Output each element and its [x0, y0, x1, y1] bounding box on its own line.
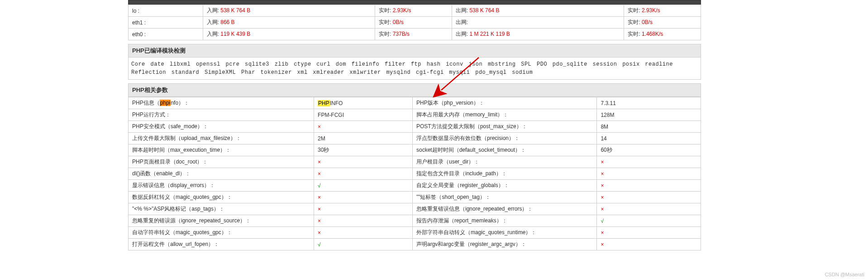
- php-label: 上传文件最大限制（upload_max_filesize）：: [129, 133, 314, 144]
- table-row: eth1 :入网: 866 B实时: 0B/s出网: 实时: 0B/s: [129, 17, 701, 29]
- table-row: 脚本超时时间（max_execution_time）：30秒socket超时时间…: [129, 144, 701, 156]
- php-label: 浮点型数据显示的有效位数（precision）：: [412, 133, 596, 144]
- network-rt2: 实时: 0B/s: [624, 17, 701, 29]
- php-params-table: PHP信息（phpinfo）：PHPINFOPHP版本（php_version）…: [128, 97, 701, 250]
- modules-section-header: PHP已编译模块检测: [128, 44, 701, 58]
- php-value: ×: [597, 168, 701, 180]
- php-value: √: [314, 180, 413, 192]
- php-label: 报告内存泄漏（report_memleaks）：: [412, 215, 596, 227]
- php-value: 60秒: [597, 144, 701, 156]
- php-value: ×: [314, 168, 413, 180]
- table-row: 自动字符串转义（magic_quotes_gpc）：×外部字符串自动转义（mag…: [129, 227, 701, 239]
- network-out: 出网: 1 M 221 K 119 B: [452, 29, 624, 40]
- php-label: 忽略重复的错误源（ignore_repeated_source）：: [129, 215, 314, 227]
- php-label: PHP信息（phpinfo）：: [129, 97, 314, 109]
- php-value: ×: [597, 227, 701, 239]
- php-label: "<% %>"ASP风格标记（asp_tags）：: [129, 203, 314, 215]
- php-value: ×: [314, 192, 413, 203]
- network-rt1: 实时: 737B/s: [375, 29, 452, 40]
- php-value: ×: [314, 227, 413, 239]
- network-rt1: 实时: 2.93K/s: [375, 5, 452, 17]
- table-row: "<% %>"ASP风格标记（asp_tags）：×忽略重复错误信息（ignor…: [129, 203, 701, 215]
- php-value: 128M: [597, 109, 701, 121]
- table-row: PHP运行方式：FPM-FCGI脚本占用最大内存（memory_limit）：1…: [129, 109, 701, 121]
- php-label: ""短标签（short_open_tag）：: [412, 192, 596, 203]
- php-value: ×: [597, 203, 701, 215]
- table-row: 忽略重复的错误源（ignore_repeated_source）：×报告内存泄漏…: [129, 215, 701, 227]
- php-value: ×: [597, 239, 701, 250]
- network-section-header: [128, 0, 701, 5]
- php-label: socket超时时间（default_socket_timeout）：: [412, 144, 596, 156]
- network-rt2: 实时: 1.468K/s: [624, 29, 701, 40]
- table-row: PHP安全模式（safe_mode）：×POST方法提交最大限制（post_ma…: [129, 121, 701, 133]
- php-value: ×: [314, 215, 413, 227]
- php-label: 脚本占用最大内存（memory_limit）：: [412, 109, 596, 121]
- table-row: 上传文件最大限制（upload_max_filesize）：2M浮点型数据显示的…: [129, 133, 701, 144]
- php-label: PHP运行方式：: [129, 109, 314, 121]
- php-params-section-header: PHP相关参数: [128, 83, 701, 97]
- php-label: 声明argv和argc变量（register_argc_argv）：: [412, 239, 596, 250]
- php-modules-list: Core date libxml openssl pcre sqlite3 zl…: [128, 58, 701, 80]
- network-in: 入网: 119 K 439 B: [203, 29, 375, 40]
- php-value: ×: [597, 180, 701, 192]
- php-value: ×: [597, 156, 701, 168]
- php-label: 脚本超时时间（max_execution_time）：: [129, 144, 314, 156]
- php-value: √: [597, 215, 701, 227]
- php-value: ×: [314, 156, 413, 168]
- php-value: 30秒: [314, 144, 413, 156]
- php-value: 14: [597, 133, 701, 144]
- php-label: 打开远程文件（allow_url_fopen）：: [129, 239, 314, 250]
- network-in: 入网: 538 K 764 B: [203, 5, 375, 17]
- network-table: lo :入网: 538 K 764 B实时: 2.93K/s出网: 538 K …: [128, 5, 701, 40]
- php-label: 用户根目录（user_dir）：: [412, 156, 596, 168]
- network-out: 出网: 538 K 764 B: [452, 5, 624, 17]
- php-label: PHP安全模式（safe_mode）：: [129, 121, 314, 133]
- php-label: 自定义全局变量（register_globals）：: [412, 180, 596, 192]
- table-row: PHP页面根目录（doc_root）：×用户根目录（user_dir）：×: [129, 156, 701, 168]
- network-rt1: 实时: 0B/s: [375, 17, 452, 29]
- table-row: dl()函数（enable_dl）：×指定包含文件目录（include_path…: [129, 168, 701, 180]
- php-label: PHP版本（php_version）：: [412, 97, 596, 109]
- network-iface: eth1 :: [129, 17, 203, 29]
- php-value: FPM-FCGI: [314, 109, 413, 121]
- php-label: dl()函数（enable_dl）：: [129, 168, 314, 180]
- php-label: 显示错误信息（display_errors）：: [129, 180, 314, 192]
- network-iface: eth0 :: [129, 29, 203, 40]
- table-row: 打开远程文件（allow_url_fopen）：√声明argv和argc变量（r…: [129, 239, 701, 250]
- php-value: ×: [314, 203, 413, 215]
- php-label: 自动字符串转义（magic_quotes_gpc）：: [129, 227, 314, 239]
- php-value: ×: [314, 121, 413, 133]
- php-label: 数据反斜杠转义（magic_quotes_gpc）：: [129, 192, 314, 203]
- table-row: lo :入网: 538 K 764 B实时: 2.93K/s出网: 538 K …: [129, 5, 701, 17]
- table-row: PHP信息（phpinfo）：PHPINFOPHP版本（php_version）…: [129, 97, 701, 109]
- php-label: 指定包含文件目录（include_path）：: [412, 168, 596, 180]
- phpinfo-link[interactable]: PHPINFO: [314, 97, 413, 109]
- table-row: 显示错误信息（display_errors）：√自定义全局变量（register…: [129, 180, 701, 192]
- php-value: 8M: [597, 121, 701, 133]
- php-value: √: [314, 239, 413, 250]
- network-in: 入网: 866 B: [203, 17, 375, 29]
- php-label: POST方法提交最大限制（post_max_size）：: [412, 121, 596, 133]
- network-iface: lo :: [129, 5, 203, 17]
- network-out: 出网:: [452, 17, 624, 29]
- table-row: 数据反斜杠转义（magic_quotes_gpc）：×""短标签（short_o…: [129, 192, 701, 203]
- network-rt2: 实时: 2.93K/s: [624, 5, 701, 17]
- table-row: eth0 :入网: 119 K 439 B实时: 737B/s出网: 1 M 2…: [129, 29, 701, 40]
- php-label: PHP页面根目录（doc_root）：: [129, 156, 314, 168]
- php-value: ×: [597, 192, 701, 203]
- php-value: 7.3.11: [597, 97, 701, 109]
- php-label: 外部字符串自动转义（magic_quotes_runtime）：: [412, 227, 596, 239]
- php-value: 2M: [314, 133, 413, 144]
- php-label: 忽略重复错误信息（ignore_repeated_errors）：: [412, 203, 596, 215]
